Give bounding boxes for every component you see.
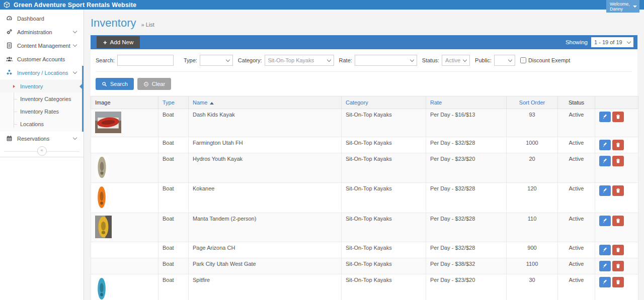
column-header-type[interactable]: Type	[158, 96, 189, 109]
sidebar-item-dashboard[interactable]: Dashboard	[0, 12, 84, 25]
sidebar-item-inventory-rates[interactable]: Inventory Rates	[0, 105, 84, 118]
cell-sort-order: 20	[507, 153, 558, 183]
active-caret-icon	[13, 85, 15, 88]
column-header-sort-order[interactable]: Sort Order	[507, 96, 558, 109]
delete-button[interactable]	[612, 245, 624, 255]
top-navbar: Green Adventure Sport Rentals Website	[0, 0, 644, 10]
discount-exempt-checkbox[interactable]	[520, 57, 526, 63]
cell-status: Active	[558, 242, 595, 258]
sidebar-item-content-management[interactable]: Content Management	[0, 39, 84, 52]
edit-button[interactable]	[599, 245, 611, 255]
sidebar-collapse-button[interactable]: «	[37, 146, 47, 156]
table-row: BoatPark City Utah West GateSit-On-Top K…	[91, 258, 638, 274]
edit-button[interactable]	[599, 156, 611, 166]
chevron-down-icon	[73, 43, 77, 47]
user-menu[interactable]: Welcome, Danny	[606, 0, 639, 13]
delete-button[interactable]	[612, 261, 624, 271]
item-thumbnail	[95, 216, 112, 238]
edit-button[interactable]	[599, 140, 611, 150]
cell-status: Active	[558, 183, 595, 213]
sidebar-item-reservations[interactable]: Reservations	[0, 132, 84, 145]
type-select[interactable]	[200, 55, 233, 66]
list-panel: Search: Type: Category: Sit-On-Top Kayak…	[91, 49, 637, 300]
cell-type: Boat	[158, 213, 189, 242]
sidebar-item-label: Dashboard	[17, 16, 78, 22]
sidebar-item-inventory-locations[interactable]: Inventory / Locations	[0, 66, 84, 79]
edit-button[interactable]	[599, 261, 611, 271]
delete-button[interactable]	[612, 140, 624, 150]
cell-category: Sit-On-Top Kayaks	[342, 137, 426, 153]
public-select[interactable]	[494, 55, 515, 66]
column-header-image: Image	[91, 96, 158, 109]
cell-rate: Per Day - $32/$28	[426, 183, 507, 213]
cell-actions	[595, 213, 638, 242]
delete-button[interactable]	[612, 112, 624, 122]
trash-icon	[615, 158, 621, 164]
sidebar-item-label: Inventory Rates	[20, 109, 59, 115]
delete-button[interactable]	[612, 185, 624, 196]
delete-button[interactable]	[612, 156, 624, 166]
category-label: Category:	[238, 57, 262, 63]
sidebar-item-inventory[interactable]: Inventory	[0, 80, 84, 92]
paging-select[interactable]: 1 - 19 of 19	[591, 37, 633, 47]
search-input[interactable]	[117, 55, 174, 66]
sidebar-item-label: Locations	[20, 121, 44, 127]
cell-name: Dash Kids Kayak	[189, 109, 342, 137]
clear-button[interactable]: Clear	[137, 78, 171, 90]
table-row: BoatPage Arizona CHSit-On-Top KayaksPer …	[91, 242, 638, 258]
pencil-icon	[602, 158, 608, 164]
chevron-down-icon	[73, 29, 77, 33]
cell-category: Sit-On-Top Kayaks	[342, 109, 426, 137]
sidebar-item-customer-accounts[interactable]: Customer Accounts	[0, 52, 84, 66]
table-row: BoatHydros Youth KayakSit-On-Top KayaksP…	[91, 153, 638, 183]
column-header-rate[interactable]: Rate	[426, 96, 507, 109]
category-select[interactable]: Sit-On-Top Kayaks	[265, 55, 334, 66]
cell-actions	[595, 258, 638, 274]
cell-actions	[595, 183, 638, 213]
document-icon	[6, 42, 13, 49]
user-greeting: Welcome, Danny	[610, 2, 630, 12]
sidebar-item-label: Customer Accounts	[17, 56, 78, 62]
trash-icon	[615, 263, 621, 269]
table-row: BoatManta Tandem (2-person)Sit-On-Top Ka…	[91, 213, 638, 242]
sidebar-item-inventory-categories[interactable]: Inventory Categories	[0, 92, 84, 105]
cell-sort-order: 1100	[507, 258, 558, 274]
filter-bar: Search: Type: Category: Sit-On-Top Kayak…	[91, 49, 637, 71]
cell-rate: Per Day - $23/$20	[426, 274, 507, 300]
cell-type: Boat	[158, 137, 189, 153]
cell-type: Boat	[158, 258, 189, 274]
chevron-down-icon	[410, 58, 414, 62]
pencil-icon	[602, 247, 608, 253]
rate-select[interactable]	[355, 55, 417, 66]
delete-button[interactable]	[612, 216, 624, 226]
sidebar-item-locations[interactable]: Locations	[0, 118, 84, 130]
status-select[interactable]: Active	[442, 55, 470, 66]
chevron-down-icon	[73, 136, 77, 140]
cell-rate: Per Day - $23/$20	[426, 153, 507, 183]
cell-actions	[595, 109, 638, 137]
edit-button[interactable]	[599, 216, 611, 226]
search-label: Search:	[96, 57, 115, 63]
sidebar-item-administration[interactable]: Administration	[0, 25, 84, 39]
cell-sort-order: 110	[507, 213, 558, 242]
table-row: BoatFarmington Utah FHSit-On-Top KayaksP…	[91, 137, 638, 153]
delete-button[interactable]	[612, 277, 624, 287]
edit-button[interactable]	[599, 277, 611, 287]
chevron-down-icon	[508, 58, 512, 62]
cell-image	[91, 153, 158, 183]
cell-sort-order: 120	[507, 183, 558, 213]
column-header-name[interactable]: Name	[189, 96, 342, 109]
cell-category: Sit-On-Top Kayaks	[342, 153, 426, 183]
cell-type: Boat	[158, 183, 189, 213]
trash-icon	[615, 188, 621, 193]
search-button[interactable]: Search	[96, 78, 134, 90]
add-new-button[interactable]: + Add New	[97, 36, 140, 48]
edit-button[interactable]	[599, 185, 611, 196]
cell-actions	[595, 153, 638, 183]
trash-icon	[615, 218, 621, 224]
app-title: Green Adventure Sport Rentals Website	[14, 2, 136, 9]
edit-button[interactable]	[599, 112, 611, 122]
cell-image	[91, 242, 158, 258]
column-header-category[interactable]: Category	[342, 96, 426, 109]
cell-sort-order: 30	[507, 274, 558, 300]
